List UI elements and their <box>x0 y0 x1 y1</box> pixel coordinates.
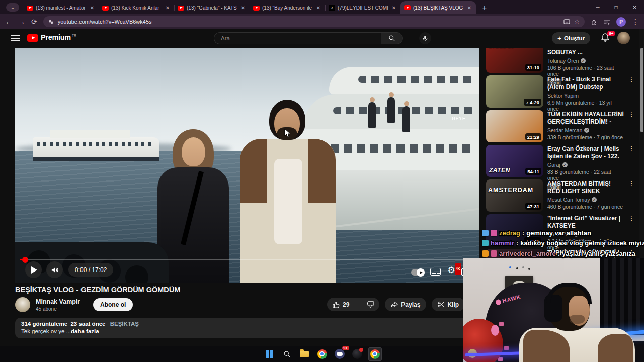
tab-close-icon[interactable]: ✕ <box>89 5 95 11</box>
country-code: TR <box>72 34 76 37</box>
browser-tab[interactable]: (13) manifest - Amatör | Official✕ <box>23 2 99 14</box>
recommended-video-row[interactable]: ZATEN54:11Eray Can Özkenar | Melis İşite… <box>486 145 635 177</box>
share-button[interactable]: Paylaş <box>385 298 426 311</box>
channel-avatar[interactable] <box>15 297 30 312</box>
browser-tab[interactable]: (13) "Gabriela" - KATSEYE - You✕ <box>174 2 250 14</box>
hashtag[interactable]: BEŞİKTAŞ <box>110 321 139 327</box>
video-menu-icon[interactable]: ⋮ <box>628 145 635 177</box>
youtube-brand[interactable]: PremiumTR <box>41 33 76 41</box>
autoplay-toggle[interactable] <box>411 269 425 276</box>
thumbnail-text: ZATEN <box>489 167 510 174</box>
bookmark-star-icon[interactable]: ☆ <box>574 18 580 25</box>
gear-icon: ⚙ <box>447 265 455 276</box>
recommended-video-row[interactable]: LVBEL 1531:10CJ Ö SES | FIRAT SOBUTAY ..… <box>486 48 635 73</box>
music-note-icon: ♪ <box>526 100 528 105</box>
youtube-profile-avatar[interactable] <box>617 32 630 44</box>
settings-button[interactable]: ⚙ 4K <box>446 265 457 276</box>
video-thumbnail[interactable]: ♪4:20 <box>486 75 543 108</box>
video-menu-icon[interactable]: ⋮ <box>628 75 635 108</box>
search-icon <box>283 350 291 358</box>
video-thumbnail[interactable]: AMSTERDAM47:31 <box>486 179 543 212</box>
volume-button[interactable] <box>46 261 63 278</box>
search-button[interactable] <box>381 32 403 44</box>
description-box[interactable]: 314 görüntüleme 23 saat önce BEŞİKTAŞ Te… <box>15 318 470 338</box>
video-menu-icon[interactable]: ⋮ <box>628 48 635 73</box>
browser-tab[interactable]: (13) BEŞİKTAŞ VLOG - GEZDİM✕ <box>400 1 476 14</box>
maximize-button[interactable]: □ <box>615 5 618 10</box>
progress-scrubber[interactable] <box>22 257 28 263</box>
video-frame-man <box>240 100 336 283</box>
discord-button[interactable]: 9+ <box>333 347 347 361</box>
close-window-button[interactable]: ✕ <box>633 5 637 10</box>
show-more-link[interactable]: daha fazla <box>71 328 99 334</box>
tab-title: (13) Kick Komik Anlar Türkiye R <box>111 5 162 11</box>
create-button[interactable]: + Oluştur <box>552 32 590 44</box>
url-text[interactable]: youtube.com/watch?v=WcaVB6wk45s <box>58 19 560 25</box>
minimize-button[interactable]: ─ <box>596 5 599 10</box>
chat-username[interactable]: zedrag <box>499 229 520 237</box>
subtitles-button[interactable] <box>430 268 441 276</box>
notifications-button[interactable]: 9+ <box>601 33 611 44</box>
extensions-icon[interactable] <box>591 19 597 25</box>
app-icon <box>352 349 362 359</box>
video-thumbnail[interactable]: 21:29 <box>486 110 543 142</box>
plus-icon: + <box>557 34 561 42</box>
youtube-logo-icon[interactable] <box>27 34 38 42</box>
forward-button[interactable]: → <box>18 18 25 25</box>
tab-close-icon[interactable]: ✕ <box>466 5 472 11</box>
browser-tab[interactable]: (13) Kick Komik Anlar Türkiye R✕ <box>99 2 174 14</box>
video-thumbnail[interactable]: ZATEN54:11 <box>486 145 543 177</box>
subscribe-button[interactable]: Abone ol <box>93 298 133 311</box>
progress-bar[interactable] <box>20 259 473 260</box>
browser-menu-icon[interactable]: ⋮ <box>632 18 639 25</box>
dislike-button[interactable] <box>361 298 379 311</box>
clip-button[interactable]: Klip <box>432 298 465 311</box>
voice-search-button[interactable] <box>419 32 431 44</box>
recommended-video-row[interactable]: 21:29TÜM EKİBİN HAYALLERİNİ GERÇEKLEŞTİR… <box>486 110 635 142</box>
chat-username[interactable]: arrivederci_amore <box>499 250 556 257</box>
site-settings-icon[interactable] <box>48 19 54 25</box>
recommended-video-title: CJ Ö SES | FIRAT SOBUTAY ... <box>547 48 624 56</box>
chrome-active-button[interactable] <box>368 347 382 361</box>
tab-search-button[interactable]: ⌄ <box>6 3 19 12</box>
browser-profile-avatar[interactable]: P <box>616 17 626 27</box>
video-frame-ferry <box>33 137 159 161</box>
new-tab-button[interactable]: + <box>479 2 490 13</box>
mouse-cursor <box>284 128 291 138</box>
taskbar-search-button[interactable] <box>280 347 294 361</box>
channel-name[interactable]: Minnak Vampir <box>36 298 86 305</box>
search-input[interactable]: Ara <box>214 32 381 44</box>
reload-button[interactable]: ⟳ <box>31 18 37 25</box>
chrome-button[interactable] <box>315 347 329 361</box>
video-menu-icon[interactable]: ⋮ <box>628 179 635 212</box>
thumbnail-text: AMSTERDAM <box>488 187 533 194</box>
chat-username[interactable]: hammir <box>491 239 514 247</box>
browser-tab[interactable]: ♪(79)LEYDIFEST COMPANY (@le✕ <box>325 2 400 14</box>
address-bar[interactable]: youtube.com/watch?v=WcaVB6wk45s ☆ <box>43 16 585 27</box>
chair-brand-label: HAWK <box>502 294 521 304</box>
recommended-video-row[interactable]: AMSTERDAM47:31AMSTERDAM BİTMİŞ! RED LIGH… <box>486 179 635 212</box>
tab-close-icon[interactable]: ✕ <box>315 5 321 11</box>
video-menu-icon[interactable]: ⋮ <box>628 110 635 142</box>
cast-icon[interactable] <box>564 19 570 25</box>
like-button[interactable]: 29 <box>327 298 355 311</box>
scrollbar-thumb[interactable] <box>640 48 643 132</box>
video-player[interactable]: HFYF 0:00 / 17:02 ⚙ 4K <box>15 48 479 283</box>
tab-close-icon[interactable]: ✕ <box>240 5 246 11</box>
chat-text: geminay var allahtan <box>526 229 591 237</box>
notification-app-button[interactable] <box>351 347 364 361</box>
guide-menu-icon[interactable] <box>11 35 20 41</box>
back-button[interactable]: ← <box>5 18 12 25</box>
browser-tab[interactable]: (13) "Bay Anderson ile John Wi✕ <box>250 2 325 14</box>
start-button[interactable] <box>263 347 276 361</box>
recommended-video-row[interactable]: ♪4:20Fate Fat - Bizik 3 Final (Alem DM) … <box>486 75 635 108</box>
play-button[interactable] <box>25 261 42 278</box>
chair-bows <box>499 322 504 326</box>
file-explorer-button[interactable] <box>298 347 311 361</box>
tab-close-icon[interactable]: ✕ <box>165 5 171 11</box>
tab-close-icon[interactable]: ✕ <box>391 5 397 11</box>
chat-message: hammir : kadıköy boğası vlog gelmiş izli… <box>482 238 641 249</box>
tab-title: (13) "Bay Anderson ile John Wi <box>262 5 313 11</box>
reading-list-icon[interactable] <box>603 19 610 25</box>
video-thumbnail[interactable]: LVBEL 1531:10 <box>486 48 543 73</box>
